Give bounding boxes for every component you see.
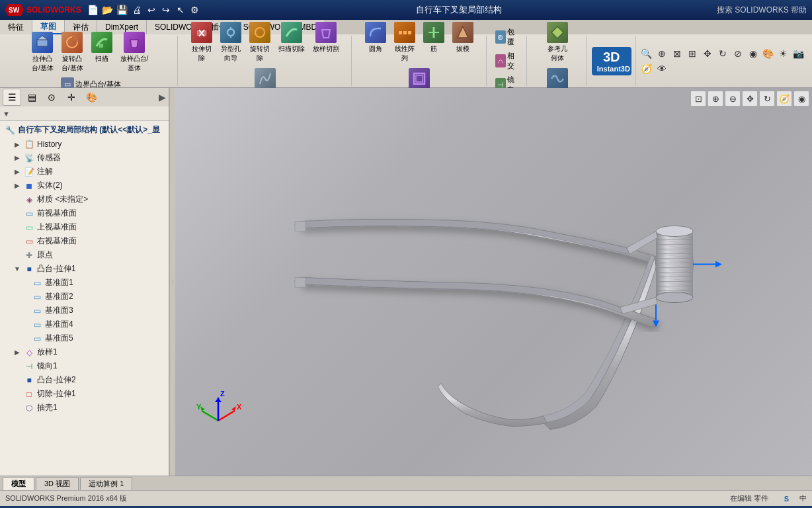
view-search-icon[interactable]: 🔍 xyxy=(640,47,653,60)
rib-btn[interactable]: 筋 xyxy=(420,20,448,65)
boss-extrude1-expand-icon[interactable]: ▼ xyxy=(13,265,21,273)
view-display-icon[interactable]: ◉ xyxy=(747,47,760,60)
status-lang: 中 xyxy=(799,493,807,503)
view-area-icon[interactable]: ⊞ xyxy=(686,47,699,60)
view-rotate-icon[interactable]: ↻ xyxy=(716,47,729,60)
tree-item-shell1[interactable]: ▶ ⬡ 抽壳1 xyxy=(0,401,169,415)
fillet-btn[interactable]: 圆角 xyxy=(362,20,389,65)
loft-btn[interactable]: 放样凸台/基体 xyxy=(117,30,152,75)
help-search[interactable]: 搜索 SOLIDWORKS 帮助 xyxy=(717,5,807,16)
revolve-boss-btn[interactable]: 旋转凸台/基体 xyxy=(58,30,87,75)
view-orient-btn[interactable]: 🧭 xyxy=(776,91,792,106)
open-icon[interactable]: 📂 xyxy=(101,3,114,17)
redo-icon[interactable]: ↪ xyxy=(159,3,173,17)
view-fit-icon[interactable]: ⊠ xyxy=(670,47,684,60)
sweep-cut-btn[interactable]: 扫描切除 xyxy=(275,20,308,65)
tree-item-boss-extrude2[interactable]: ▶ ■ 凸台-拉伸2 xyxy=(0,373,169,387)
panel-resize-handle[interactable]: ⋮ xyxy=(170,88,175,476)
tree-item-boss-extrude2-label: 凸台-拉伸2 xyxy=(37,374,76,386)
view-orient-icon[interactable]: 🧭 xyxy=(640,62,653,75)
instant3d-btn[interactable]: 3D Instant3D xyxy=(592,47,631,75)
boss-extrude2-icon: ■ xyxy=(24,375,34,386)
ribbon-group-instant3d: 3D Instant3D xyxy=(588,36,636,86)
tree-item-right-plane[interactable]: ▶ ▭ 右视基准面 xyxy=(0,234,169,248)
view-hide-icon[interactable]: 👁 xyxy=(655,62,669,75)
tree-item-material[interactable]: ▶ ◈ 材质 <未指定> xyxy=(0,192,169,206)
tab-motion-study[interactable]: 运动算例 1 xyxy=(80,477,132,490)
svg-rect-15 xyxy=(408,31,411,34)
loft1-expand-icon[interactable]: ▶ xyxy=(13,349,21,357)
new-icon[interactable]: 📄 xyxy=(87,3,100,17)
tree-item-sensors[interactable]: ▶ 📡 传感器 xyxy=(0,151,169,165)
extrude-cut-btn[interactable]: 拉伸切除 xyxy=(188,20,216,65)
3d-viewport[interactable]: ⊡ ⊕ ⊖ ✥ ↻ 🧭 ◉ xyxy=(175,88,812,476)
sensors-expand-icon[interactable]: ▶ xyxy=(13,154,21,162)
tree-item-front-plane[interactable]: ▶ ▭ 前视基准面 xyxy=(0,206,169,220)
view-light-icon[interactable]: ☀ xyxy=(777,47,790,60)
tab-3dview[interactable]: 3D 视图 xyxy=(36,477,79,490)
zoom-in-btn[interactable]: ⊕ xyxy=(708,91,723,106)
svg-text:X: X xyxy=(237,403,241,411)
sweep-btn[interactable]: 扫描 xyxy=(88,30,116,75)
coordinate-axes: X Y Z xyxy=(195,388,241,436)
options-icon[interactable]: ⚙ xyxy=(188,3,202,17)
view-appearance-icon[interactable]: 🎨 xyxy=(762,47,775,60)
view-zoom-icon[interactable]: ⊕ xyxy=(655,47,669,60)
tree-item-origin[interactable]: ▶ ✚ 原点 xyxy=(0,248,169,262)
pan-btn[interactable]: ✥ xyxy=(742,91,758,106)
wrap-btn[interactable]: ⊚ 包覆 xyxy=(492,26,523,48)
tree-item-plane3[interactable]: ▶ ▭ 基准面3 xyxy=(0,304,169,318)
save-icon[interactable]: 💾 xyxy=(116,3,129,17)
panel-tab-dimxpert[interactable]: ✛ xyxy=(62,89,81,106)
view-pan-icon[interactable]: ✥ xyxy=(701,47,714,60)
linear-pattern-btn[interactable]: 线性阵列 xyxy=(391,20,419,65)
tab-model[interactable]: 模型 xyxy=(3,477,34,490)
print-icon[interactable]: 🖨 xyxy=(130,3,143,17)
tree-item-plane2[interactable]: ▶ ▭ 基准面2 xyxy=(0,290,169,304)
zoom-to-fit-btn[interactable]: ⊡ xyxy=(690,91,706,106)
tree-item-history[interactable]: ▶ 📋 History xyxy=(0,138,169,151)
draft-btn[interactable]: 拔模 xyxy=(449,20,477,65)
tree-item-boss-extrude1-label: 凸台-拉伸1 xyxy=(37,263,76,275)
intersect-btn[interactable]: ∩ 相交 xyxy=(492,50,523,72)
rotate-btn[interactable]: ↻ xyxy=(759,91,775,106)
hole-wizard-btn[interactable]: 异型孔向导 xyxy=(217,20,245,65)
extrude-boss-btn[interactable]: 拉伸凸台/基体 xyxy=(28,30,57,75)
extrude-boss-label: 拉伸凸台/基体 xyxy=(32,54,54,73)
history-expand-icon[interactable]: ▶ xyxy=(13,140,21,148)
panel-tab-featuretree[interactable]: ☰ xyxy=(3,89,21,106)
ref-geometry-btn[interactable]: 参考几何体 xyxy=(544,20,571,65)
panel-expand-icon[interactable]: ▶ xyxy=(159,92,166,103)
feature-tree-root[interactable]: 🔧 自行车下叉架局部结构 (默认<<默认>_显 xyxy=(0,122,169,138)
revolve-cut-btn[interactable]: 旋转切除 xyxy=(246,20,274,65)
view-section-icon[interactable]: ⊘ xyxy=(731,47,745,60)
status-left: SOLIDWORKS Premium 2016 x64 版 xyxy=(5,493,127,503)
zoom-out-btn[interactable]: ⊖ xyxy=(725,91,741,106)
tree-item-plane1[interactable]: ▶ ▭ 基准面1 xyxy=(0,276,169,290)
tree-item-top-plane[interactable]: ▶ ▭ 上视基准面 xyxy=(0,220,169,234)
extrude-cut-label: 拉伸切除 xyxy=(192,44,212,63)
loft-cut-btn[interactable]: 放样切割 xyxy=(309,20,343,65)
panel-tab-display[interactable]: 🎨 xyxy=(82,89,101,106)
tree-item-cut-extrude1[interactable]: ▶ □ 切除-拉伸1 xyxy=(0,387,169,401)
revolve-cut-icon xyxy=(249,22,270,43)
solid-bodies-expand-icon[interactable]: ▶ xyxy=(13,182,21,190)
tree-item-mirror1[interactable]: ▶ ⊣ 镜向1 xyxy=(0,359,169,373)
tree-item-annotations[interactable]: ▶ 📝 注解 xyxy=(0,165,169,179)
tree-item-plane4[interactable]: ▶ ▭ 基准面4 xyxy=(0,318,169,331)
tree-item-loft1[interactable]: ▶ ◇ 放样1 xyxy=(0,345,169,359)
tree-item-solid-bodies[interactable]: ▶ ◼ 实体(2) xyxy=(0,179,169,192)
view-toolbar-3d: ⊡ ⊕ ⊖ ✥ ↻ 🧭 ◉ xyxy=(690,91,809,106)
annotations-expand-icon[interactable]: ▶ xyxy=(13,168,21,176)
linear-pattern-icon xyxy=(394,22,415,43)
panel-tab-configman[interactable]: ⊙ xyxy=(42,89,61,106)
display-mode-btn[interactable]: ◉ xyxy=(793,91,809,106)
tree-item-boss-extrude1[interactable]: ▼ ■ 凸台-拉伸1 xyxy=(0,262,169,276)
svg-marker-12 xyxy=(322,30,330,38)
select-icon[interactable]: ↖ xyxy=(174,3,187,17)
view-camera-icon[interactable]: 📷 xyxy=(792,47,805,60)
loft-icon xyxy=(124,32,145,53)
tree-item-plane5[interactable]: ▶ ▭ 基准面5 xyxy=(0,331,169,345)
panel-tab-propertyman[interactable]: ▤ xyxy=(22,89,41,106)
undo-icon[interactable]: ↩ xyxy=(145,3,158,17)
